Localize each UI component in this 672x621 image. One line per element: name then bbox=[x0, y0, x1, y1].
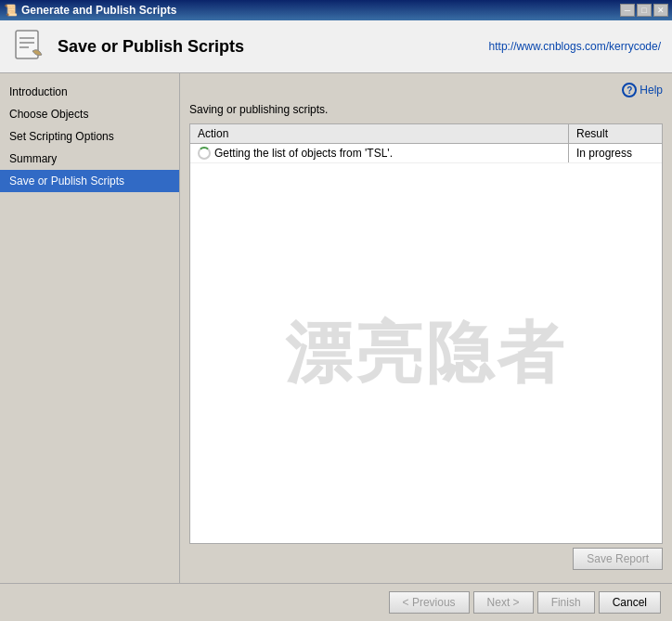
main-container: Save or Publish Scripts http://www.cnblo… bbox=[0, 20, 672, 621]
cell-action: Getting the list of objects from 'TSL'. bbox=[190, 144, 569, 162]
col-result-header: Result bbox=[569, 124, 662, 143]
result-text: In progress bbox=[576, 147, 632, 160]
help-icon: ? bbox=[622, 83, 637, 97]
sidebar-label-summary: Summary bbox=[9, 152, 57, 165]
col-action-header: Action bbox=[190, 124, 569, 143]
svg-rect-0 bbox=[16, 31, 38, 58]
table-header-row: Action Result bbox=[190, 124, 662, 144]
title-bar-left: 📜 Generate and Publish Scripts bbox=[4, 4, 176, 17]
finish-button[interactable]: Finish bbox=[537, 591, 595, 614]
next-button[interactable]: Next > bbox=[473, 591, 534, 614]
content-area: Introduction Choose Objects Set Scriptin… bbox=[0, 73, 672, 583]
progress-spinner bbox=[198, 147, 211, 160]
save-report-button[interactable]: Save Report bbox=[573, 548, 663, 570]
header-url[interactable]: http://www.cnblogs.com/kerrycode/ bbox=[489, 40, 661, 53]
sidebar-label-save-publish: Save or Publish Scripts bbox=[9, 175, 124, 188]
bottom-nav: < Previous Next > Finish Cancel bbox=[0, 583, 672, 621]
help-link[interactable]: ? Help bbox=[622, 83, 663, 97]
sidebar-item-introduction[interactable]: Introduction bbox=[0, 81, 179, 103]
previous-button[interactable]: < Previous bbox=[389, 591, 470, 614]
header-left: Save or Publish Scripts bbox=[11, 28, 244, 65]
window-title: Generate and Publish Scripts bbox=[21, 4, 176, 17]
sidebar-item-summary[interactable]: Summary bbox=[0, 148, 179, 170]
watermark: 漂亮隐者 bbox=[285, 309, 567, 398]
app-icon: 📜 bbox=[4, 4, 18, 17]
section-title: Saving or publishing scripts. bbox=[189, 103, 663, 116]
minimize-button[interactable]: ─ bbox=[620, 4, 635, 17]
cell-result: In progress bbox=[569, 144, 662, 162]
table-row: Getting the list of objects from 'TSL'. … bbox=[190, 144, 662, 163]
right-panel: ? Help Saving or publishing scripts. Act… bbox=[180, 73, 672, 583]
sidebar-label-set-scripting-options: Set Scripting Options bbox=[9, 130, 114, 143]
action-text: Getting the list of objects from 'TSL'. bbox=[214, 147, 393, 160]
sidebar-label-choose-objects: Choose Objects bbox=[9, 108, 88, 121]
header-icon bbox=[11, 28, 48, 65]
wizard-icon bbox=[12, 29, 47, 64]
title-bar-controls: ─ □ ✕ bbox=[620, 4, 668, 17]
maximize-button[interactable]: □ bbox=[637, 4, 652, 17]
cancel-button[interactable]: Cancel bbox=[599, 591, 661, 614]
sidebar-item-set-scripting-options[interactable]: Set Scripting Options bbox=[0, 125, 179, 148]
sidebar-item-choose-objects[interactable]: Choose Objects bbox=[0, 103, 179, 125]
title-bar: 📜 Generate and Publish Scripts ─ □ ✕ bbox=[0, 0, 672, 20]
help-row: ? Help bbox=[189, 83, 663, 97]
sidebar: Introduction Choose Objects Set Scriptin… bbox=[0, 73, 180, 583]
close-button[interactable]: ✕ bbox=[653, 4, 668, 17]
sidebar-label-introduction: Introduction bbox=[9, 85, 68, 98]
header-area: Save or Publish Scripts http://www.cnblo… bbox=[0, 20, 672, 73]
save-report-area: Save Report bbox=[189, 544, 663, 574]
table-wrapper: Action Result Getting the list of object… bbox=[189, 123, 663, 544]
sidebar-item-save-publish[interactable]: Save or Publish Scripts bbox=[0, 170, 179, 192]
header-title: Save or Publish Scripts bbox=[58, 37, 244, 57]
table-body-area: 漂亮隐者 bbox=[190, 163, 662, 543]
help-label: Help bbox=[640, 84, 663, 97]
